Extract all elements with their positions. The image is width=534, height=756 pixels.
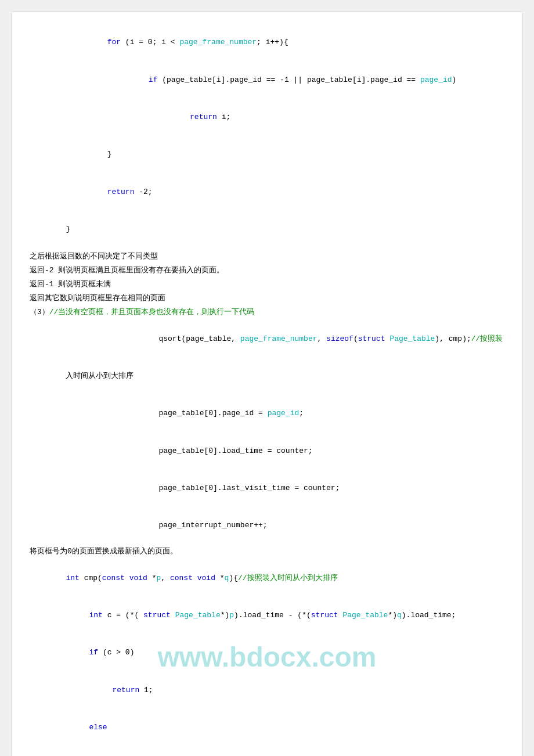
- code-line: else: [30, 709, 504, 746]
- code-line: page_table[0].last_visit_time = counter;: [30, 470, 504, 507]
- code-line: }: [30, 136, 504, 173]
- code-line: page_table[0].page_id = page_id;: [30, 395, 504, 432]
- code-line: }: [30, 211, 504, 248]
- code-line: if (page_table[i].page_id == -1 || page_…: [30, 61, 504, 98]
- code-line: 入时间从小到大排序: [30, 358, 504, 395]
- content-wrapper: www.bdocx.com for (i = 0; i < page_frame…: [30, 24, 504, 756]
- code-section-2: qsort(page_table, page_frame_number, siz…: [30, 320, 504, 544]
- code-line: if (c > 0): [30, 634, 504, 671]
- code-line: return -1;: [30, 746, 504, 756]
- code-line: int cmp(const void *p, const void *q){//…: [30, 559, 504, 596]
- code-line: int c = (*( struct Page_table*)p).load_t…: [30, 597, 504, 634]
- prose-line: 返回其它数则说明页框里存在相同的页面: [30, 292, 504, 305]
- code-line: page_table[0].load_time = counter;: [30, 432, 504, 469]
- prose-line: 返回-1 则说明页框未满: [30, 278, 504, 291]
- code-section-1: for (i = 0; i < page_frame_number; i++){…: [30, 24, 504, 248]
- code-line: page_interrupt_number++;: [30, 507, 504, 544]
- main-container: www.bdocx.com for (i = 0; i < page_frame…: [12, 12, 522, 756]
- code-line: return i;: [30, 99, 504, 136]
- code-line: for (i = 0; i < page_frame_number; i++){: [30, 24, 504, 61]
- code-line: qsort(page_table, page_frame_number, siz…: [30, 320, 504, 357]
- prose-section-1: 之后根据返回数的不同决定了不同类型 返回-2 则说明页框满且页框里面没有存在要插…: [30, 250, 504, 319]
- prose-line: 将页框号为0的页面置换成最新插入的页面。: [30, 545, 504, 558]
- code-line: return -2;: [30, 173, 504, 210]
- prose-section-2: 将页框号为0的页面置换成最新插入的页面。: [30, 545, 504, 558]
- prose-line: 之后根据返回数的不同决定了不同类型: [30, 250, 504, 263]
- prose-line: （3）//当没有空页框，并且页面本身也没有存在，则执行一下代码: [30, 306, 504, 319]
- code-section-3: int cmp(const void *p, const void *q){//…: [30, 559, 504, 756]
- code-line: return 1;: [30, 671, 504, 708]
- prose-line: 返回-2 则说明页框满且页框里面没有存在要插入的页面。: [30, 264, 504, 277]
